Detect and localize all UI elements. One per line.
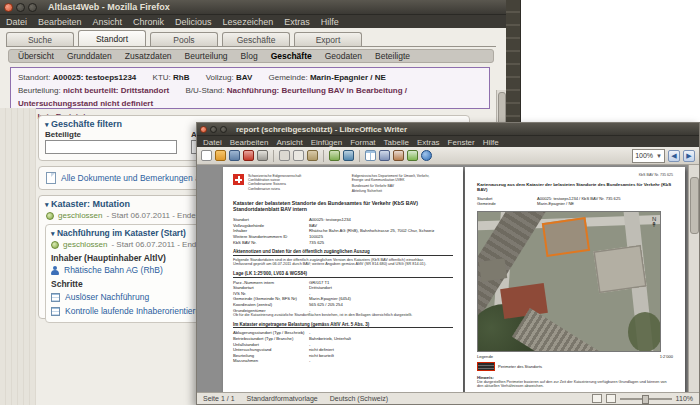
step-link[interactable]: Kontrolle laufende Inhaberorientierung [65, 306, 210, 316]
subtab-beteiligte[interactable]: Beteiligte [375, 51, 410, 61]
menu-hilfe[interactable]: Hilfe [321, 17, 339, 27]
copy-icon[interactable] [293, 150, 304, 161]
toolbar-separator [359, 150, 360, 162]
language-indicator[interactable]: Deutsch (Schweiz) [330, 395, 388, 402]
site-perimeter-building [542, 217, 590, 257]
subtab-geschaefte[interactable]: Geschäfte [271, 51, 312, 61]
navigator-icon[interactable] [393, 150, 404, 161]
insert-table-icon[interactable] [365, 150, 376, 161]
collapse-triangle-icon: ▾ [51, 230, 55, 237]
toolbar-separator [273, 150, 274, 162]
building [479, 258, 508, 281]
tab-geschaefte[interactable]: Geschäfte [222, 32, 290, 46]
tab-suche[interactable]: Suche [6, 32, 74, 46]
view-zoom-group: 110% [592, 394, 693, 403]
open-icon[interactable] [215, 150, 226, 161]
page-style[interactable]: Standardformatvorlage [247, 395, 318, 402]
help-icon[interactable] [421, 150, 432, 161]
section-paragraph: Ob für die Katastrierung zusätzliche Sta… [233, 313, 453, 318]
writer-toolbar: 100% ▼ ◀ ▶ [197, 147, 699, 165]
subtab-beurteilung[interactable]: Beurteilung [185, 51, 228, 61]
info-value: BAV [236, 73, 252, 82]
menu-delicious[interactable]: Delicious [175, 17, 212, 27]
page2-header: KbS BAV Nr. 735 625 [477, 173, 673, 177]
perimeter-swatch-icon [477, 362, 495, 371]
kv-row: Massnahmen- [233, 358, 453, 364]
menu-ansicht[interactable]: Ansicht [93, 17, 123, 27]
menu-bearbeiten[interactable]: Bearbeiten [38, 17, 82, 27]
close-icon[interactable] [4, 3, 13, 12]
trees [628, 312, 661, 352]
undo-icon[interactable] [329, 150, 340, 161]
zoom-combobox[interactable]: 100% ▼ [632, 149, 665, 163]
menu-einfuegen[interactable]: Einfügen [311, 138, 343, 147]
maximize-icon[interactable] [220, 126, 227, 133]
previous-page-button[interactable]: ◀ [668, 150, 680, 162]
status-closed-icon [51, 241, 59, 249]
minimize-icon[interactable] [16, 3, 25, 12]
zoom-percent: 110% [676, 395, 693, 402]
tab-export[interactable]: Export [294, 32, 362, 46]
info-label: Gemeinde: [269, 73, 308, 82]
new-document-icon[interactable] [201, 150, 212, 161]
export-pdf-icon[interactable] [243, 150, 254, 161]
left-margin-strip [0, 108, 36, 405]
menu-lesezeichen[interactable]: Lesezeichen [223, 17, 274, 27]
save-icon[interactable] [229, 150, 240, 161]
menu-bearbeiten[interactable]: Bearbeiten [230, 138, 269, 147]
tab-standort[interactable]: Standort [78, 30, 146, 46]
panel-strip[interactable] [506, 0, 521, 124]
collapse-triangle-icon: ▾ [45, 201, 49, 208]
section-title: Lage (LK 1:25'000, LV03 & WGS84) [233, 271, 453, 278]
document-area: Schweizerische Eidgenossenschaft Confédé… [197, 165, 689, 392]
step-link[interactable]: Auslöser Nachführung [65, 292, 149, 302]
menu-ansicht[interactable]: Ansicht [276, 138, 302, 147]
zoom-slider[interactable] [620, 398, 672, 400]
menu-datei[interactable]: Datei [203, 138, 222, 147]
subtab-blog[interactable]: Blog [241, 51, 258, 61]
beteiligte-label: Beteiligte [45, 130, 177, 139]
zoom-slider-knob[interactable] [642, 395, 649, 404]
next-page-button[interactable]: ▶ [683, 150, 695, 162]
menu-tabelle[interactable]: Tabelle [384, 138, 409, 147]
subtab-geodaten[interactable]: Geodaten [325, 51, 362, 61]
subtab-uebersicht[interactable]: Übersicht [18, 51, 54, 61]
redo-icon[interactable] [343, 150, 354, 161]
menu-extras[interactable]: Extras [284, 17, 310, 27]
tab-pools[interactable]: Pools [150, 32, 218, 46]
writer-titlebar[interactable]: report (schreibgeschützt) - LibreOffice … [197, 123, 699, 136]
inhaber-link[interactable]: Rhätische Bahn AG (RhB) [64, 265, 163, 275]
cut-icon[interactable] [279, 150, 290, 161]
multi-page-view-icon[interactable] [606, 394, 616, 403]
maximize-icon[interactable] [28, 3, 37, 12]
firefox-titlebar[interactable]: Altlast4Web - Mozilla Firefox [0, 0, 506, 15]
paste-icon[interactable] [307, 150, 318, 161]
minimize-icon[interactable] [210, 126, 217, 133]
federal-header: Schweizerische Eidgenossenschaft Confédé… [233, 174, 453, 193]
subtab-grunddaten[interactable]: Grunddaten [67, 51, 112, 61]
find-replace-icon[interactable] [379, 150, 390, 161]
aerial-photo: N [477, 211, 661, 352]
single-page-view-icon[interactable] [592, 394, 602, 403]
info-value: A00025: testoeps1234 [53, 73, 137, 82]
menu-datei[interactable]: Datei [6, 17, 27, 27]
menu-hilfe[interactable]: Hilfe [483, 138, 499, 147]
beteiligte-input[interactable] [45, 140, 177, 154]
status-text: geschlossen [58, 211, 102, 220]
scrollbar-thumb[interactable] [690, 177, 699, 234]
building-red-roof [500, 283, 548, 319]
writer-scrollbar[interactable] [688, 165, 699, 392]
subtab-zusatzdaten[interactable]: Zusatzdaten [125, 51, 172, 61]
print-icon[interactable] [257, 150, 268, 161]
menu-chronik[interactable]: Chronik [133, 17, 164, 27]
close-icon[interactable] [200, 126, 207, 133]
form-icon [51, 293, 60, 302]
menu-extras[interactable]: Extras [417, 138, 440, 147]
collapse-triangle-icon: ▾ [45, 121, 49, 128]
gallery-icon[interactable] [407, 150, 418, 161]
status-closed-icon [46, 212, 54, 220]
menu-format[interactable]: Format [350, 138, 375, 147]
note-text: Die dargestellten Perimeter basieren auf… [477, 380, 673, 389]
menu-fenster[interactable]: Fenster [448, 138, 475, 147]
kv-row: KbS BAV Nr.735 625 [233, 240, 453, 246]
